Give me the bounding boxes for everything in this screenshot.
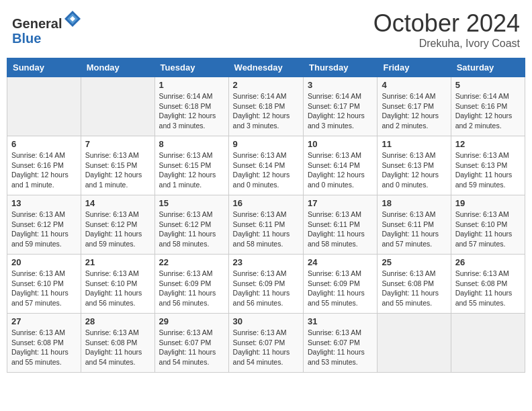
weekday-thursday: Thursday: [304, 58, 378, 77]
day-number: 5: [455, 80, 521, 90]
calendar-cell: 26Sunrise: 6:13 AM Sunset: 6:08 PM Dayli…: [451, 255, 525, 314]
calendar-cell: [7, 77, 81, 136]
calendar-cell: 7Sunrise: 6:13 AM Sunset: 6:15 PM Daylig…: [81, 136, 154, 195]
day-info: Sunrise: 6:14 AM Sunset: 6:17 PM Dayligh…: [308, 91, 373, 131]
day-number: 30: [233, 316, 299, 326]
calendar-cell: 5Sunrise: 6:14 AM Sunset: 6:16 PM Daylig…: [451, 77, 525, 136]
logo-icon: [63, 9, 82, 28]
day-number: 3: [308, 80, 373, 90]
day-info: Sunrise: 6:13 AM Sunset: 6:11 PM Dayligh…: [382, 210, 446, 249]
day-number: 27: [11, 316, 77, 326]
weekday-saturday: Saturday: [451, 58, 525, 77]
calendar-cell: 30Sunrise: 6:13 AM Sunset: 6:07 PM Dayli…: [228, 314, 303, 373]
calendar-cell: 4Sunrise: 6:14 AM Sunset: 6:17 PM Daylig…: [378, 77, 451, 136]
calendar-cell: 28Sunrise: 6:13 AM Sunset: 6:08 PM Dayli…: [81, 314, 154, 373]
day-number: 21: [85, 257, 150, 267]
calendar-cell: 24Sunrise: 6:13 AM Sunset: 6:09 PM Dayli…: [304, 255, 378, 314]
calendar-cell: 17Sunrise: 6:13 AM Sunset: 6:11 PM Dayli…: [304, 195, 378, 255]
day-info: Sunrise: 6:13 AM Sunset: 6:10 PM Dayligh…: [455, 210, 521, 249]
day-number: 11: [382, 139, 446, 149]
day-number: 14: [85, 198, 150, 208]
day-number: 4: [382, 80, 446, 90]
day-number: 7: [85, 139, 150, 149]
logo-general: General: [12, 16, 62, 31]
day-info: Sunrise: 6:13 AM Sunset: 6:08 PM Dayligh…: [455, 269, 521, 308]
calendar-cell: 19Sunrise: 6:13 AM Sunset: 6:10 PM Dayli…: [451, 195, 525, 255]
weekday-sunday: Sunday: [7, 58, 81, 77]
weekday-friday: Friday: [378, 58, 451, 77]
day-info: Sunrise: 6:14 AM Sunset: 6:16 PM Dayligh…: [455, 91, 521, 131]
weekday-monday: Monday: [81, 58, 154, 77]
calendar-cell: 27Sunrise: 6:13 AM Sunset: 6:08 PM Dayli…: [7, 314, 81, 373]
calendar-cell: 1Sunrise: 6:14 AM Sunset: 6:18 PM Daylig…: [154, 77, 228, 136]
day-number: 23: [233, 257, 299, 267]
day-number: 24: [308, 257, 373, 267]
day-number: 15: [159, 198, 224, 208]
day-number: 12: [455, 139, 521, 149]
month-title: October 2024: [373, 9, 520, 38]
day-info: Sunrise: 6:13 AM Sunset: 6:07 PM Dayligh…: [233, 328, 299, 367]
day-number: 8: [159, 139, 224, 149]
day-info: Sunrise: 6:13 AM Sunset: 6:08 PM Dayligh…: [85, 328, 150, 367]
day-number: 28: [85, 316, 150, 326]
logo: General Blue: [12, 9, 82, 46]
day-number: 6: [11, 139, 77, 149]
day-number: 18: [382, 198, 446, 208]
calendar-cell: 3Sunrise: 6:14 AM Sunset: 6:17 PM Daylig…: [304, 77, 378, 136]
day-info: Sunrise: 6:14 AM Sunset: 6:16 PM Dayligh…: [11, 150, 77, 190]
calendar-week-3: 13Sunrise: 6:13 AM Sunset: 6:12 PM Dayli…: [7, 195, 525, 255]
calendar-cell: 31Sunrise: 6:13 AM Sunset: 6:07 PM Dayli…: [304, 314, 378, 373]
day-info: Sunrise: 6:13 AM Sunset: 6:15 PM Dayligh…: [85, 150, 150, 190]
weekday-wednesday: Wednesday: [228, 58, 303, 77]
calendar-cell: 22Sunrise: 6:13 AM Sunset: 6:09 PM Dayli…: [154, 255, 228, 314]
day-number: 1: [159, 80, 224, 90]
day-info: Sunrise: 6:13 AM Sunset: 6:15 PM Dayligh…: [159, 150, 224, 190]
calendar-cell: [378, 314, 451, 373]
calendar-week-1: 1Sunrise: 6:14 AM Sunset: 6:18 PM Daylig…: [7, 77, 525, 136]
day-number: 25: [382, 257, 446, 267]
calendar-cell: 12Sunrise: 6:13 AM Sunset: 6:13 PM Dayli…: [451, 136, 525, 195]
day-info: Sunrise: 6:13 AM Sunset: 6:10 PM Dayligh…: [11, 269, 77, 308]
calendar-cell: 15Sunrise: 6:13 AM Sunset: 6:12 PM Dayli…: [154, 195, 228, 255]
day-number: 31: [308, 316, 373, 326]
weekday-header-row: SundayMondayTuesdayWednesdayThursdayFrid…: [7, 58, 525, 77]
calendar-week-5: 27Sunrise: 6:13 AM Sunset: 6:08 PM Dayli…: [7, 314, 525, 373]
day-number: 9: [233, 139, 299, 149]
day-info: Sunrise: 6:13 AM Sunset: 6:12 PM Dayligh…: [85, 210, 150, 249]
day-number: 13: [11, 198, 77, 208]
calendar-week-2: 6Sunrise: 6:14 AM Sunset: 6:16 PM Daylig…: [7, 136, 525, 195]
day-info: Sunrise: 6:13 AM Sunset: 6:09 PM Dayligh…: [233, 269, 299, 308]
day-number: 29: [159, 316, 224, 326]
calendar-cell: 13Sunrise: 6:13 AM Sunset: 6:12 PM Dayli…: [7, 195, 81, 255]
day-info: Sunrise: 6:13 AM Sunset: 6:09 PM Dayligh…: [308, 269, 373, 308]
day-number: 20: [11, 257, 77, 267]
day-info: Sunrise: 6:13 AM Sunset: 6:13 PM Dayligh…: [382, 150, 446, 190]
day-number: 10: [308, 139, 373, 149]
day-info: Sunrise: 6:13 AM Sunset: 6:07 PM Dayligh…: [159, 328, 224, 367]
calendar-cell: 14Sunrise: 6:13 AM Sunset: 6:12 PM Dayli…: [81, 195, 154, 255]
calendar-cell: 16Sunrise: 6:13 AM Sunset: 6:11 PM Dayli…: [228, 195, 303, 255]
day-number: 26: [455, 257, 521, 267]
calendar-cell: [81, 77, 154, 136]
calendar-cell: 23Sunrise: 6:13 AM Sunset: 6:09 PM Dayli…: [228, 255, 303, 314]
day-number: 16: [233, 198, 299, 208]
location: Drekuha, Ivory Coast: [373, 38, 520, 50]
calendar-cell: 20Sunrise: 6:13 AM Sunset: 6:10 PM Dayli…: [7, 255, 81, 314]
day-info: Sunrise: 6:13 AM Sunset: 6:12 PM Dayligh…: [159, 210, 224, 249]
calendar-cell: 6Sunrise: 6:14 AM Sunset: 6:16 PM Daylig…: [7, 136, 81, 195]
calendar-cell: 11Sunrise: 6:13 AM Sunset: 6:13 PM Dayli…: [378, 136, 451, 195]
day-info: Sunrise: 6:14 AM Sunset: 6:18 PM Dayligh…: [159, 91, 224, 131]
day-info: Sunrise: 6:13 AM Sunset: 6:08 PM Dayligh…: [11, 328, 77, 367]
page-header: General Blue October 2024 Drekuha, Ivory…: [7, 7, 525, 52]
calendar-cell: 8Sunrise: 6:13 AM Sunset: 6:15 PM Daylig…: [154, 136, 228, 195]
day-number: 17: [308, 198, 373, 208]
title-block: October 2024 Drekuha, Ivory Coast: [373, 9, 520, 50]
logo-blue: Blue: [12, 31, 41, 46]
calendar-cell: [451, 314, 525, 373]
day-info: Sunrise: 6:14 AM Sunset: 6:18 PM Dayligh…: [233, 91, 299, 131]
day-number: 2: [233, 80, 299, 90]
day-info: Sunrise: 6:13 AM Sunset: 6:14 PM Dayligh…: [233, 150, 299, 190]
calendar-table: SundayMondayTuesdayWednesdayThursdayFrid…: [7, 58, 525, 373]
calendar-cell: 9Sunrise: 6:13 AM Sunset: 6:14 PM Daylig…: [228, 136, 303, 195]
day-info: Sunrise: 6:13 AM Sunset: 6:11 PM Dayligh…: [233, 210, 299, 249]
